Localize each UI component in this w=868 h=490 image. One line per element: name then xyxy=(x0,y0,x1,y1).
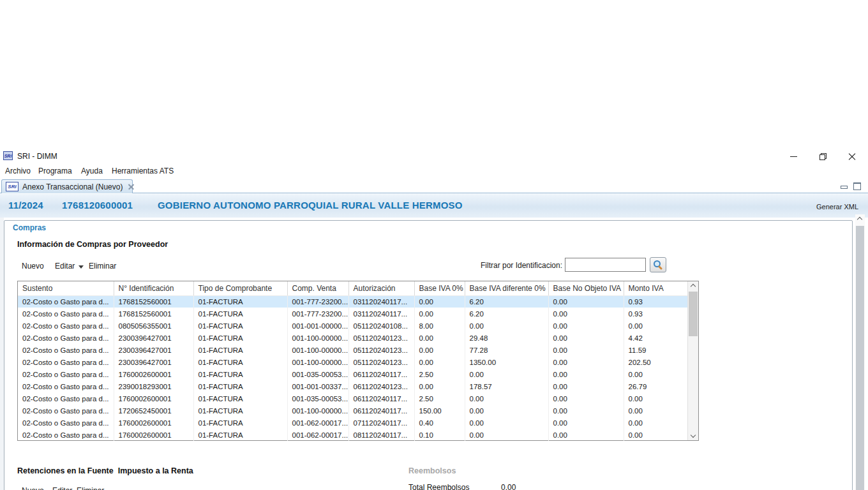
table-cell: 77.28 xyxy=(465,344,548,356)
col-autorizacion[interactable]: Autorización xyxy=(348,281,414,295)
table-cell: 0.00 xyxy=(465,368,548,380)
period-label: 11/2024 xyxy=(8,200,43,211)
table-scrollbar[interactable] xyxy=(687,281,698,440)
table-cell: 150.00 xyxy=(414,405,465,417)
table-cell: 02-Costo o Gasto para d... xyxy=(18,405,114,417)
table-cell: 0.00 xyxy=(624,417,687,429)
table-row[interactable]: 02-Costo o Gasto para d...17600026000010… xyxy=(18,368,687,380)
retenciones-editar-button[interactable]: Editar xyxy=(52,486,72,490)
menu-herramientas-ats[interactable]: Herramientas ATS xyxy=(112,167,174,175)
table-row[interactable]: 02-Costo o Gasto para d...23003964270010… xyxy=(18,344,687,356)
entity-name-label: GOBIERNO AUTONOMO PARROQUIAL RURAL VALLE… xyxy=(158,200,463,211)
table-row[interactable]: 02-Costo o Gasto para d...08050563550010… xyxy=(18,320,687,332)
eliminar-button[interactable]: Eliminar xyxy=(89,262,116,271)
table-cell: 11.59 xyxy=(624,344,687,356)
table-cell: 001-100-00000... xyxy=(287,332,348,344)
table-row[interactable]: 02-Costo o Gasto para d...23003964270010… xyxy=(18,332,687,344)
compras-section-label: Compras xyxy=(11,223,47,232)
scroll-down-icon[interactable] xyxy=(691,433,696,438)
window-title: SRI - DIMM xyxy=(17,152,57,161)
table-cell: 061120240123... xyxy=(348,380,414,392)
search-button[interactable] xyxy=(650,257,666,272)
table-row[interactable]: 02-Costo o Gasto para d...17681525600010… xyxy=(18,295,687,308)
col-base-iva-diferente-0[interactable]: Base IVA diferente 0% xyxy=(465,281,548,295)
table-row[interactable]: 02-Costo o Gasto para d...17600026000010… xyxy=(18,429,687,441)
table-cell: 0.00 xyxy=(548,417,624,429)
table-cell: 0.00 xyxy=(548,295,624,308)
table-cell: 0.00 xyxy=(465,405,548,417)
table-cell: 001-035-00053... xyxy=(287,392,348,405)
table-row[interactable]: 02-Costo o Gasto para d...17600026000010… xyxy=(18,392,687,405)
page-scrollbar-thumb[interactable] xyxy=(856,226,864,490)
table-row[interactable]: 02-Costo o Gasto para d...23003964270010… xyxy=(18,356,687,368)
table-cell: 02-Costo o Gasto para d... xyxy=(18,344,114,356)
col-monto-iva[interactable]: Monto IVA xyxy=(624,281,687,295)
app-window: SRi SRI - DIMM Archivo Programa Ayuda He… xyxy=(0,0,868,490)
page-scrollbar[interactable] xyxy=(855,214,865,490)
tab-label: Anexo Transaccional (Nuevo) xyxy=(22,182,123,191)
table-row[interactable]: 02-Costo o Gasto para d...17681525600010… xyxy=(18,308,687,320)
table-cell: 0.00 xyxy=(548,368,624,380)
tab-anexo-transaccional[interactable]: SRi Anexo Transaccional (Nuevo) xyxy=(1,179,133,193)
table-row[interactable]: 02-Costo o Gasto para d...17206524500010… xyxy=(18,405,687,417)
table-cell: 01-FACTURA xyxy=(193,320,287,332)
table-cell: 001-100-00000... xyxy=(287,356,348,368)
editar-button[interactable]: Editar xyxy=(55,262,75,271)
filter-input[interactable] xyxy=(565,258,646,272)
table-cell: 001-100-00000... xyxy=(287,344,348,356)
minimize-button[interactable] xyxy=(783,149,804,164)
col-tipo-comprobante[interactable]: Tipo de Comprobante xyxy=(193,281,287,295)
table-cell: 0.00 xyxy=(414,295,465,308)
table-row[interactable]: 02-Costo o Gasto para d...23900182930010… xyxy=(18,380,687,392)
table-cell: 001-100-00000... xyxy=(287,405,348,417)
filter-label: Filtrar por Identificacion: xyxy=(481,261,562,270)
restore-icon xyxy=(819,153,827,160)
table-cell: 061120240117... xyxy=(348,405,414,417)
table-cell: 6.20 xyxy=(465,308,548,320)
table-cell: 0.00 xyxy=(548,344,624,356)
table-cell: 1760002600001 xyxy=(114,417,193,429)
compras-table: Sustento N° Identificación Tipo de Compr… xyxy=(18,281,687,441)
view-minimize-icon[interactable] xyxy=(841,182,848,189)
table-cell: 0.00 xyxy=(548,405,624,417)
col-comp-venta[interactable]: Comp. Venta xyxy=(287,281,348,295)
table-cell: 0.10 xyxy=(414,429,465,441)
retenciones-nuevo-button[interactable]: Nuevo xyxy=(22,486,44,490)
table-cell: 0.00 xyxy=(414,356,465,368)
menu-programa[interactable]: Programa xyxy=(38,167,72,175)
sri-logo-icon: SRi xyxy=(6,182,19,191)
nuevo-button[interactable]: Nuevo xyxy=(22,262,44,271)
col-base-no-objeto-iva[interactable]: Base No Objeto IVA xyxy=(548,281,624,295)
menu-archivo[interactable]: Archivo xyxy=(5,167,31,175)
table-cell: 001-001-00337... xyxy=(287,380,348,392)
scroll-up-icon[interactable] xyxy=(691,284,696,289)
table-cell: 0.00 xyxy=(414,308,465,320)
table-cell: 2390018293001 xyxy=(114,380,193,392)
retenciones-eliminar-button[interactable]: Eliminar xyxy=(77,486,104,490)
form-header: 11/2024 1768120600001 GOBIERNO AUTONOMO … xyxy=(0,194,868,218)
editar-dropdown-icon[interactable] xyxy=(79,265,84,269)
menu-ayuda[interactable]: Ayuda xyxy=(81,167,103,175)
minimize-icon xyxy=(790,156,797,157)
col-base-iva-0[interactable]: Base IVA 0% xyxy=(414,281,465,295)
table-cell: 0.00 xyxy=(414,332,465,344)
table-cell: 01-FACTURA xyxy=(193,429,287,441)
tab-close-icon[interactable] xyxy=(128,184,134,189)
table-cell: 6.20 xyxy=(465,295,548,308)
generar-xml-button[interactable]: Generar XML xyxy=(816,203,858,211)
restore-button[interactable] xyxy=(812,149,833,164)
table-cell: 001-777-23200... xyxy=(287,308,348,320)
table-cell: 01-FACTURA xyxy=(193,356,287,368)
page-scroll-up-icon[interactable] xyxy=(857,217,862,222)
view-maximize-icon[interactable] xyxy=(853,182,860,189)
close-button[interactable] xyxy=(842,149,862,164)
table-cell: 01-FACTURA xyxy=(193,380,287,392)
total-reembolsos-value: 0.00 xyxy=(501,483,516,490)
table-scrollbar-thumb[interactable] xyxy=(689,292,698,336)
col-sustento[interactable]: Sustento xyxy=(18,281,114,295)
table-cell: 02-Costo o Gasto para d... xyxy=(18,417,114,429)
table-row[interactable]: 02-Costo o Gasto para d...17600026000010… xyxy=(18,417,687,429)
table-cell: 0.00 xyxy=(548,320,624,332)
table-cell: 01-FACTURA xyxy=(193,308,287,320)
col-identificacion[interactable]: N° Identificación xyxy=(114,281,193,295)
